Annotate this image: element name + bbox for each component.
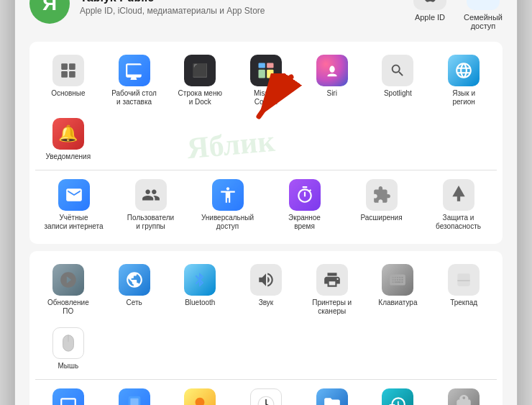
icon-img-desktop <box>119 55 150 86</box>
svg-rect-2 <box>61 71 68 78</box>
icon-img-sound <box>250 264 282 296</box>
icon-label-spotlight: Spotlight <box>384 89 412 98</box>
icon-label-notif: Уведомления <box>46 153 91 161</box>
svg-rect-5 <box>267 63 273 68</box>
icon-img-siri <box>316 55 348 86</box>
svg-rect-4 <box>258 63 265 68</box>
icon-label-screentime: Экранноевремя <box>288 214 321 231</box>
apple-id-icon[interactable]: Apple ID <box>413 0 446 30</box>
profile-subtitle: Apple ID, iCloud, медиаматериалы и App S… <box>80 6 265 16</box>
icon-item-datetime[interactable]: Дата ивремя <box>233 384 299 406</box>
icon-item-dock[interactable]: ⬛Строка менюи Dock <box>167 50 233 111</box>
icon-label-dock: Строка менюи Dock <box>178 89 222 106</box>
profile-name: Yablyk Public <box>80 0 265 4</box>
icon-item-mouse[interactable]: Мышь <box>35 323 101 375</box>
icon-img-datetime <box>250 388 282 406</box>
icon-item-startup[interactable]: Загрузочныйдиск <box>431 384 497 406</box>
icon-label-bluetooth: Bluetooth <box>185 299 215 307</box>
icon-item-ext[interactable]: Расширения <box>343 175 420 235</box>
icon-item-spotlight[interactable]: Spotlight <box>365 50 431 111</box>
profile-info: Yablyk Public Apple ID, iCloud, медиамат… <box>80 0 265 16</box>
icon-item-basic[interactable]: Основные <box>35 50 101 111</box>
family-icon[interactable]: Семейныйдоступ <box>464 0 503 30</box>
icon-item-desktop[interactable]: Рабочий столи заставка <box>101 50 168 111</box>
icon-img-mission <box>250 55 282 86</box>
icon-row-4: МониторыSidecarЭкономияэнергииДата иврем… <box>35 384 497 406</box>
icon-img-accounts <box>58 179 90 211</box>
icon-label-users: Пользователии группы <box>127 214 174 231</box>
icon-item-trackpad[interactable]: Трекпад <box>431 260 497 320</box>
icon-img-energy <box>184 388 216 406</box>
icon-label-trackpad: Трекпад <box>450 299 477 307</box>
family-icon-img <box>467 0 500 10</box>
svg-point-8 <box>329 65 334 72</box>
icon-label-network: Сеть <box>126 299 142 307</box>
icon-img-timemachine <box>382 388 413 406</box>
icon-label-ext: Расширения <box>360 214 402 222</box>
icon-row-2: Учётныезаписи интернетаПользователии гру… <box>35 175 497 235</box>
profile-avatar[interactable]: Я <box>29 0 70 24</box>
icon-label-keyboard: Клавиатура <box>378 299 417 307</box>
icon-row-1: ОсновныеРабочий столи заставка⬛Строка ме… <box>35 50 497 165</box>
icon-label-lang: Язык ирегион <box>452 89 475 106</box>
icon-item-energy[interactable]: Экономияэнергии <box>167 384 233 406</box>
icon-item-security[interactable]: Защита ибезопасность <box>420 175 497 235</box>
icon-img-keyboard <box>382 264 413 296</box>
icon-item-accounts[interactable]: Учётныезаписи интернета <box>35 175 112 235</box>
icon-label-siri: Siri <box>326 89 336 98</box>
icon-item-sidecar[interactable]: Sidecar <box>101 384 168 406</box>
grid-section-1: ОсновныеРабочий столи заставка⬛Строка ме… <box>29 42 503 244</box>
icon-label-accounts: Учётныезаписи интернета <box>45 214 104 231</box>
icon-row-3: ОбновлениеПОСетьBluetoothЗвукПринтеры ис… <box>35 260 497 375</box>
icon-item-mission[interactable]: MissionControl <box>233 50 299 111</box>
icon-img-lang <box>448 55 480 86</box>
icon-img-notif: 🔔 <box>52 118 84 150</box>
icon-item-keyboard[interactable]: Клавиатура <box>365 260 431 320</box>
icon-item-access[interactable]: Универсальныйдоступ <box>189 175 266 235</box>
icon-label-basic: Основные <box>51 89 85 98</box>
svg-rect-3 <box>69 71 75 78</box>
icon-item-screentime[interactable]: Экранноевремя <box>266 175 343 235</box>
icon-item-users[interactable]: Пользователии группы <box>112 175 189 235</box>
icon-img-basic <box>52 55 84 86</box>
icon-img-mouse <box>52 327 84 359</box>
icon-label-mouse: Мышь <box>58 362 78 370</box>
icon-img-trackpad <box>448 264 480 296</box>
icon-item-sharing[interactable]: Общийдоступ <box>299 384 365 406</box>
icon-img-sidecar <box>119 388 150 406</box>
apple-id-icon-img <box>413 0 446 10</box>
icon-img-users <box>135 179 167 211</box>
icon-label-sound: Звук <box>259 299 274 307</box>
icon-item-notif[interactable]: 🔔Уведомления <box>35 114 101 165</box>
icon-img-access <box>212 179 244 211</box>
svg-rect-7 <box>267 69 273 78</box>
profile-section: Я Yablyk Public Apple ID, iCloud, медиам… <box>29 0 503 30</box>
svg-rect-1 <box>69 63 75 70</box>
icon-item-monitors[interactable]: Мониторы <box>35 384 101 406</box>
svg-rect-14 <box>130 398 138 405</box>
icon-label-printers: Принтеры исканеры <box>312 299 352 316</box>
icon-item-printers[interactable]: Принтеры исканеры <box>299 260 365 320</box>
icon-item-lang[interactable]: Язык ирегион <box>431 50 497 111</box>
icon-item-bluetooth[interactable]: Bluetooth <box>167 260 233 320</box>
icon-img-startup <box>448 388 480 406</box>
separator-2 <box>35 379 497 380</box>
icon-img-bluetooth <box>184 264 216 296</box>
icon-img-sharing <box>316 388 348 406</box>
icon-item-network[interactable]: Сеть <box>101 260 168 320</box>
icon-item-sound[interactable]: Звук <box>233 260 299 320</box>
icon-item-timemachine[interactable]: TimeMachine <box>365 384 431 406</box>
icon-img-screentime <box>289 179 321 211</box>
family-label: Семейныйдоступ <box>464 13 503 30</box>
icon-img-printers <box>316 264 348 296</box>
icon-item-siri[interactable]: Siri <box>299 50 365 111</box>
svg-rect-0 <box>61 63 68 70</box>
icon-item-update[interactable]: ОбновлениеПО <box>35 260 101 320</box>
icon-img-dock: ⬛ <box>184 55 216 86</box>
apple-id-label: Apple ID <box>415 13 445 22</box>
icon-img-update <box>52 264 84 296</box>
icon-label-desktop: Рабочий столи заставка <box>111 89 157 106</box>
icon-label-access: Универсальныйдоступ <box>201 214 254 231</box>
icon-label-mission: MissionControl <box>254 89 278 106</box>
svg-rect-6 <box>258 69 265 78</box>
